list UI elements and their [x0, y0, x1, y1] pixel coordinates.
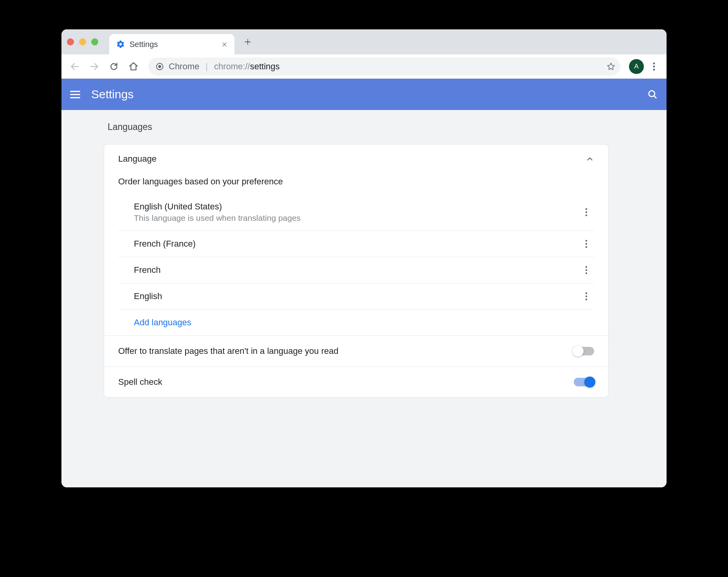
toolbar: Chrome | chrome://settings A	[61, 54, 667, 79]
spellcheck-toggle[interactable]	[574, 378, 594, 386]
close-window-button[interactable]	[67, 38, 74, 45]
language-expand-row[interactable]: Language	[104, 144, 608, 173]
translate-setting-row: Offer to translate pages that aren't in …	[104, 335, 608, 366]
settings-title: Settings	[91, 88, 638, 101]
language-row: French (France)	[118, 231, 594, 257]
gear-icon	[116, 40, 125, 49]
settings-content: Languages Language Order languages based…	[61, 110, 667, 487]
translate-toggle[interactable]	[574, 347, 594, 355]
add-languages-button[interactable]: Add languages	[134, 317, 191, 328]
language-row: French	[118, 257, 594, 283]
menu-icon[interactable]	[70, 88, 83, 101]
language-card-subtitle: Order languages based on your preference	[104, 173, 608, 194]
svg-point-1	[158, 65, 161, 68]
back-button[interactable]	[66, 58, 83, 75]
svg-point-11	[586, 246, 587, 248]
language-name: English (United States)	[134, 202, 578, 212]
omnibox-origin: Chrome	[169, 61, 199, 72]
address-bar[interactable]: Chrome | chrome://settings	[148, 58, 620, 76]
spellcheck-label: Spell check	[118, 377, 162, 387]
reload-button[interactable]	[105, 58, 123, 75]
language-row: English	[118, 283, 594, 310]
minimize-window-button[interactable]	[79, 38, 86, 45]
tab-strip: Settings	[61, 29, 667, 54]
language-row-menu-button[interactable]	[578, 208, 594, 216]
svg-point-15	[586, 292, 587, 294]
bookmark-star-icon[interactable]	[606, 62, 616, 71]
chevron-up-icon	[586, 155, 594, 163]
svg-point-13	[586, 269, 587, 271]
language-row-menu-button[interactable]	[578, 292, 594, 301]
browser-menu-button[interactable]	[646, 59, 662, 74]
svg-point-2	[653, 62, 655, 64]
new-tab-button[interactable]	[240, 34, 256, 50]
language-row: English (United States)This language is …	[118, 194, 594, 231]
home-button[interactable]	[125, 58, 142, 75]
language-name: English	[134, 291, 578, 301]
svg-point-12	[586, 266, 587, 268]
window-controls	[67, 38, 98, 45]
language-row-menu-button[interactable]	[578, 266, 594, 274]
svg-point-16	[586, 296, 587, 297]
site-info-icon[interactable]	[155, 62, 164, 71]
tab-title: Settings	[130, 40, 215, 49]
svg-point-9	[586, 240, 587, 242]
svg-point-7	[586, 211, 587, 213]
tab-settings[interactable]: Settings	[109, 34, 234, 54]
fullscreen-window-button[interactable]	[91, 38, 98, 45]
forward-button[interactable]	[86, 58, 103, 75]
svg-point-4	[653, 69, 655, 70]
svg-point-10	[586, 243, 587, 245]
browser-window: Settings Chrome | chro	[61, 29, 667, 487]
omnibox-divider: |	[205, 61, 208, 72]
svg-point-6	[586, 208, 587, 210]
language-list: English (United States)This language is …	[104, 194, 608, 335]
language-card: Language Order languages based on your p…	[104, 144, 609, 398]
svg-point-8	[586, 215, 587, 216]
omnibox-url-prefix: chrome://	[214, 61, 250, 71]
svg-point-3	[653, 65, 655, 67]
add-languages-row: Add languages	[118, 310, 594, 335]
spellcheck-setting-row: Spell check	[104, 366, 608, 397]
language-name: French	[134, 265, 578, 275]
close-tab-button[interactable]	[220, 40, 229, 49]
profile-initial: A	[634, 63, 638, 70]
language-name: French (France)	[134, 239, 578, 249]
settings-header: Settings	[61, 79, 667, 110]
translate-label: Offer to translate pages that aren't in …	[118, 346, 339, 356]
language-row-menu-button[interactable]	[578, 240, 594, 248]
svg-point-14	[586, 272, 587, 274]
omnibox-url-path: settings	[250, 61, 280, 71]
language-card-title: Language	[118, 154, 157, 164]
section-title-languages: Languages	[104, 122, 609, 132]
profile-avatar[interactable]: A	[629, 59, 644, 74]
svg-point-17	[586, 299, 587, 300]
search-icon[interactable]	[647, 89, 658, 100]
language-desc: This language is used when translating p…	[134, 213, 578, 223]
